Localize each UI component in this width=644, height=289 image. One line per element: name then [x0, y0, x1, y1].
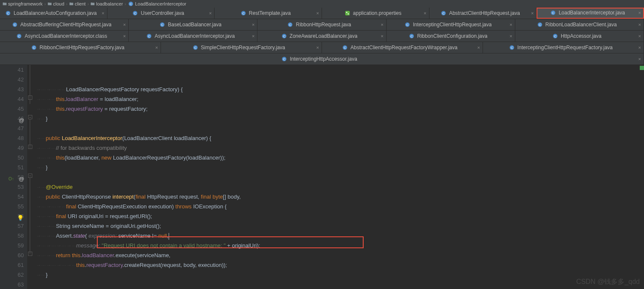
- close-tab-icon[interactable]: ×: [638, 22, 641, 27]
- editor-tab[interactable]: CAbstractBufferingClientHttpRequest.java…: [0, 19, 129, 30]
- close-tab-icon[interactable]: ×: [424, 11, 426, 16]
- class-icon: C: [128, 1, 134, 7]
- code-line[interactable]: →···→···→···LoadBalancerRequestFactory r…: [36, 84, 644, 94]
- code-line[interactable]: [36, 280, 644, 289]
- close-tab-icon[interactable]: ×: [123, 34, 126, 39]
- close-tab-icon[interactable]: ×: [509, 22, 512, 27]
- code-line[interactable]: →···→···this.requestFactory = requestFac…: [36, 104, 644, 114]
- breadcrumb-item[interactable]: cloud: [48, 1, 64, 6]
- editor-tab[interactable]: CUserController.java×: [107, 8, 215, 19]
- code-line[interactable]: →···→···→···→···this.requestFactory.crea…: [36, 260, 644, 270]
- class-icon: C: [537, 22, 543, 28]
- close-tab-icon[interactable]: ×: [316, 11, 319, 16]
- breadcrumb-item[interactable]: springframework: [3, 1, 42, 6]
- code-line[interactable]: [36, 172, 644, 182]
- editor-tab[interactable]: CAsyncLoadBalancerInterceptor.class×: [0, 31, 129, 42]
- close-tab-icon[interactable]: ×: [252, 22, 254, 27]
- editor-tab[interactable]: CZoneAwareLoadBalancer.java×: [257, 31, 386, 42]
- code-line[interactable]: [36, 123, 644, 133]
- svg-text:C: C: [410, 34, 413, 38]
- code-line[interactable]: →···→···this(loadBalancer, new LoadBalan…: [36, 153, 644, 163]
- class-icon: C: [552, 33, 558, 39]
- close-tab-icon[interactable]: ×: [531, 11, 534, 16]
- fold-end-icon[interactable]: [28, 252, 32, 256]
- close-tab-icon[interactable]: ×: [155, 45, 158, 50]
- close-tab-icon[interactable]: ×: [316, 45, 319, 50]
- editor-tab[interactable]: CAbstractClientHttpRequestFactoryWrapper…: [322, 42, 483, 53]
- code-line[interactable]: →···public ClientHttpResponse intercept(…: [36, 192, 644, 202]
- breadcrumb-item[interactable]: client: [69, 1, 86, 6]
- breadcrumb: springframework › cloud › client › loadb…: [0, 0, 644, 8]
- close-tab-icon[interactable]: ×: [509, 34, 512, 39]
- code-line[interactable]: →···public LoadBalancerInterceptor(LoadB…: [36, 133, 644, 143]
- fold-start-icon[interactable]: −: [28, 174, 32, 178]
- close-tab-icon[interactable]: ×: [477, 45, 480, 50]
- editor-tab[interactable]: CSimpleClientHttpRequestFactory.java×: [161, 42, 322, 53]
- editor-tab[interactable]: application.properties×: [322, 8, 429, 19]
- editor-tab[interactable]: CLoadBalancerInterceptor.java×: [537, 8, 644, 19]
- editor-tab[interactable]: CInterceptingClientHttpRequestFactory.ja…: [483, 42, 644, 53]
- editor-tab[interactable]: CInterceptingClientHttpRequest.java×: [387, 19, 515, 30]
- editor-tab[interactable]: CAbstractClientHttpRequest.java×: [429, 8, 537, 19]
- close-tab-icon[interactable]: ×: [123, 22, 126, 27]
- code-area[interactable]: →···→···→···LoadBalancerRequestFactory r…: [34, 65, 644, 289]
- code-line[interactable]: →···→···return this.loadBalancer.execute…: [36, 250, 644, 260]
- code-line[interactable]: →···}: [36, 114, 644, 123]
- fold-start-icon[interactable]: −: [28, 115, 32, 119]
- close-tab-icon[interactable]: ×: [638, 34, 641, 39]
- close-tab-icon[interactable]: ×: [252, 34, 254, 39]
- class-icon: C: [31, 45, 37, 51]
- svg-text:C: C: [134, 11, 137, 15]
- svg-text:C: C: [148, 34, 150, 38]
- class-icon: C: [342, 45, 348, 51]
- code-line[interactable]: →···→···final URI originalUri = request.…: [36, 211, 644, 221]
- editor-tab[interactable]: CLoadBalancerAutoConfiguration.java×: [0, 8, 107, 19]
- fold-end-icon[interactable]: [28, 95, 32, 100]
- editor-tab[interactable]: CRibbonClientConfiguration.java×: [387, 31, 515, 42]
- svg-text:C: C: [283, 57, 285, 61]
- editor-tab[interactable]: CRibbonLoadBalancerClient.java×: [515, 19, 644, 30]
- close-tab-icon[interactable]: ×: [381, 22, 383, 27]
- code-line[interactable]: →···→···→···→···message: "Request URI do…: [36, 241, 644, 250]
- code-line[interactable]: →···}: [36, 270, 644, 280]
- editor-tab[interactable]: CRestTemplate.java×: [215, 8, 322, 19]
- class-icon: C: [404, 22, 410, 28]
- code-line[interactable]: →···→···// for backwards compatibility: [36, 143, 644, 153]
- svg-text:C: C: [539, 23, 541, 27]
- code-line[interactable]: →···→···Assert.state( expression: servic…: [36, 231, 644, 241]
- close-tab-icon[interactable]: ×: [638, 45, 641, 50]
- close-tab-icon[interactable]: ×: [381, 34, 383, 39]
- class-icon: C: [132, 10, 138, 16]
- breadcrumb-item[interactable]: loadbalancer: [90, 1, 123, 6]
- close-tab-icon[interactable]: ×: [102, 11, 104, 16]
- svg-point-9: [346, 12, 347, 13]
- editor-tab[interactable]: CHttpAccessor.java×: [515, 31, 644, 42]
- editor-tab[interactable]: CInterceptingHttpAccessor.java×: [0, 53, 644, 65]
- class-icon: C: [441, 10, 446, 16]
- class-icon: C: [281, 33, 287, 39]
- svg-text:C: C: [406, 23, 409, 27]
- fold-end-icon[interactable]: [28, 145, 32, 149]
- class-icon: C: [287, 22, 293, 28]
- code-line[interactable]: →···→···→···final ClientHttpRequestExecu…: [36, 202, 644, 211]
- close-tab-icon[interactable]: ×: [209, 11, 212, 16]
- properties-icon: [345, 10, 350, 16]
- code-line[interactable]: →···→···String serviceName = originalUri…: [36, 221, 644, 231]
- folder-icon: [3, 2, 7, 6]
- close-tab-icon[interactable]: ×: [638, 56, 641, 62]
- code-line[interactable]: →···}: [36, 163, 644, 172]
- code-line[interactable]: →···→···this.loadBalancer = loadBalancer…: [36, 94, 644, 104]
- editor-tab[interactable]: CRibbonClientHttpRequestFactory.java×: [0, 42, 161, 53]
- editor-tab[interactable]: CAsyncLoadBalancerInterceptor.java×: [129, 31, 257, 42]
- svg-text:C: C: [242, 11, 245, 15]
- editor-tab[interactable]: CRibbonHttpRequest.java×: [257, 19, 386, 30]
- svg-text:C: C: [161, 23, 164, 27]
- class-icon: C: [281, 56, 287, 62]
- breadcrumb-item[interactable]: C LoadBalancerInterceptor: [128, 1, 186, 7]
- editor-tab[interactable]: CBaseLoadBalancer.java×: [129, 19, 257, 30]
- class-icon: C: [12, 22, 18, 28]
- fold-column: − −: [27, 65, 34, 289]
- code-editor[interactable]: 4142434445@464748495051O↑@52535455💡56575…: [0, 65, 644, 289]
- close-tab-icon[interactable]: ×: [638, 10, 641, 15]
- code-line[interactable]: →···@Override: [36, 182, 644, 192]
